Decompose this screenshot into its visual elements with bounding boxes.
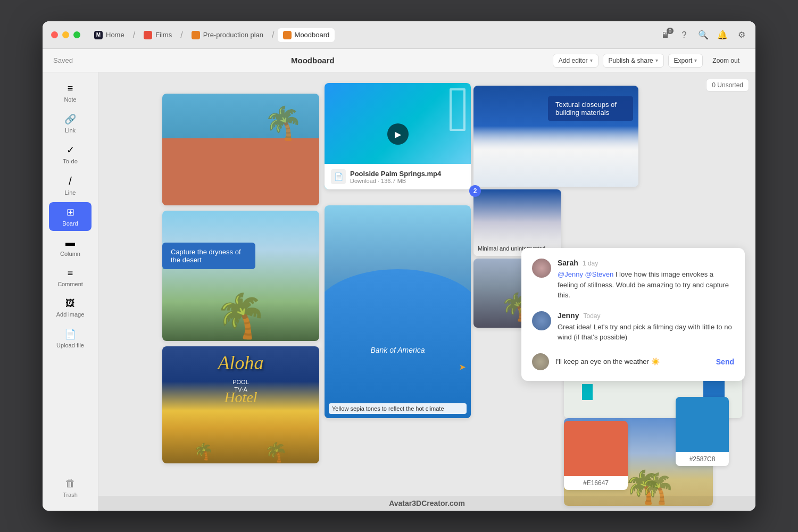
maximize-button[interactable] [73, 31, 80, 38]
browser-tabs: M Home / Films / Pre-production plan / M… [89, 28, 660, 42]
comment-icon: ≡ [68, 268, 73, 279]
add-editor-caret: ▾ [590, 57, 593, 63]
sidebar-board-label: Board [62, 220, 78, 227]
moodboard-canvas[interactable]: 🌴 ▶ 📄 Poolside Palm Springs.mp4 [98, 72, 755, 511]
comment-badge-2: 2 [469, 185, 481, 197]
video-download: Download · 136.7 MB [350, 178, 441, 184]
sidebar-comment-label: Comment [57, 281, 83, 287]
comment-author-jenny: Jenny [558, 311, 579, 320]
export-caret: ▾ [694, 57, 697, 63]
tab-mood-label: Moodboard [295, 31, 330, 39]
sidebar-item-comment[interactable]: ≡ Comment [49, 263, 92, 292]
publish-share-label: Publish & share [609, 57, 653, 64]
sidebar-item-todo[interactable]: ✓ To-do [49, 140, 92, 169]
moodboard-content: 0 Unsorted 🌴 ▶ [98, 72, 755, 511]
sidebar-item-column[interactable]: ▬ Column [49, 233, 92, 261]
home-tab-icon: M [94, 31, 103, 39]
tab-home-label: Home [106, 31, 124, 39]
sidebar-item-add-image[interactable]: 🖼 Add image [49, 294, 92, 322]
aloha-hotel-card[interactable]: Aloha POOLTV·A Hotel 🌴 🌴 [162, 346, 319, 463]
todo-icon: ✓ [66, 144, 74, 156]
avatar-sarah [532, 259, 551, 278]
upload-file-icon: 📄 [64, 328, 76, 340]
mention-steven: @Steven [585, 270, 614, 278]
trash-icon: 🗑 [65, 477, 76, 489]
films-tab-icon [144, 31, 152, 39]
comment-text-jenny: Great idea! Let's try and pick a filming… [558, 322, 734, 343]
color-blue-label: #2587C8 [689, 455, 716, 463]
pool-video-card[interactable]: ▶ 📄 Poolside Palm Springs.mp4 Download ·… [325, 83, 471, 189]
titlebar: M Home / Films / Pre-production plan / M… [43, 21, 755, 49]
unsorted-badge: 0 Unsorted [706, 79, 749, 92]
color-orange-label: #E16647 [583, 479, 609, 487]
bank-building-card[interactable]: Bank of America ➤ Yellow sepia tones to … [325, 205, 471, 418]
publish-caret: ▾ [655, 57, 658, 63]
video-meta: Poolside Palm Springs.mp4 Download · 136… [350, 170, 441, 184]
close-button[interactable] [51, 31, 58, 38]
blue-arch-card[interactable]: Textural closeups of building materials [473, 86, 638, 187]
column-icon: ▬ [65, 237, 75, 248]
app-window: M Home / Films / Pre-production plan / M… [43, 21, 755, 511]
devices-badge: 0 [667, 28, 674, 34]
video-filename: Poolside Palm Springs.mp4 [350, 170, 441, 178]
color-swatch-blue[interactable]: #2587C8 [676, 397, 729, 466]
avatar-user3 [532, 353, 549, 370]
capture-dryness-note: Capture the dryness of the desert [162, 243, 255, 269]
comment-sarah-body: Sarah 1 day @Jenny @Steven I love how th… [558, 259, 734, 301]
left-sidebar: ≡ Note 🔗 Link ✓ To-do / Line ⊞ Board ▬ C… [43, 72, 98, 511]
export-button[interactable]: Export ▾ [668, 54, 703, 68]
add-image-icon: 🖼 [65, 298, 75, 309]
add-editor-label: Add editor [559, 57, 588, 64]
sidebar-item-board[interactable]: ⊞ Board [49, 202, 92, 231]
coral-building-card[interactable]: 🌴 [162, 94, 319, 205]
tab-films-label: Films [155, 31, 172, 39]
sidebar-item-upload-file[interactable]: 📄 Upload file [49, 324, 92, 353]
bell-icon[interactable]: 🔔 [717, 30, 728, 40]
trash-area[interactable]: 🗑 Trash [56, 471, 84, 504]
tab-preproduction[interactable]: Pre-production plan [186, 28, 269, 42]
sidebar-item-link[interactable]: 🔗 Link [49, 109, 92, 138]
video-info: 📄 Poolside Palm Springs.mp4 Download · 1… [325, 164, 471, 189]
palm-desert-card[interactable]: 🌴 Capture the dryness of the desert [162, 211, 319, 341]
play-button[interactable]: ▶ [387, 123, 409, 145]
minimize-button[interactable] [62, 31, 69, 38]
sidebar-item-note[interactable]: ≡ Note [49, 79, 92, 107]
watermark: Avatar3DCreator.com [98, 496, 755, 511]
devices-icon[interactable]: 🖥 0 [660, 30, 670, 40]
comment-time-sarah: 1 day [583, 260, 598, 267]
comment-input-field[interactable] [555, 358, 710, 365]
sidebar-addimage-label: Add image [56, 311, 85, 318]
zoom-out-label: Zoom out [712, 57, 739, 64]
export-label: Export [674, 57, 693, 64]
add-editor-button[interactable]: Add editor ▾ [553, 54, 598, 68]
sidebar-todo-label: To-do [63, 158, 78, 164]
send-button[interactable]: Send [716, 358, 734, 366]
zoom-out-button[interactable]: Zoom out [707, 54, 745, 67]
sidebar-item-line[interactable]: / Line [49, 171, 92, 200]
publish-share-button[interactable]: Publish & share ▾ [603, 54, 664, 68]
link-icon: 🔗 [64, 113, 76, 125]
comment-author-sarah: Sarah [558, 259, 578, 267]
comment-jenny-body: Jenny Today Great idea! Let's try and pi… [558, 311, 734, 343]
minimal-arch-card[interactable]: Minimal and uninterrupted... [473, 189, 561, 256]
color-swatch-orange[interactable]: #E16647 [564, 421, 628, 490]
tab-films[interactable]: Films [138, 28, 177, 42]
trash-label: Trash [63, 492, 78, 498]
comment-text-sarah: @Jenny @Steven I love how this image env… [558, 269, 734, 301]
board-items-container: 🌴 ▶ 📄 Poolside Palm Springs.mp4 [109, 83, 745, 511]
traffic-lights [51, 31, 80, 38]
tab-home[interactable]: M Home [89, 28, 130, 42]
settings-icon[interactable]: ⚙ [736, 30, 747, 40]
search-icon[interactable]: 🔍 [698, 30, 709, 40]
saved-status: Saved [53, 56, 73, 64]
tab-moodboard[interactable]: Moodboard [278, 28, 335, 42]
comment-input-row: Send [532, 353, 734, 370]
bank-caption: Yellow sepia tones to reflect the hot cl… [329, 403, 467, 414]
sidebar-note-label: Note [64, 96, 76, 103]
comments-panel: Sarah 1 day @Jenny @Steven I love how th… [521, 248, 745, 381]
help-icon[interactable]: ? [679, 30, 689, 40]
comment-time-jenny: Today [583, 312, 600, 320]
toolbar-actions: Add editor ▾ Publish & share ▾ Export ▾ … [553, 54, 745, 68]
sidebar-column-label: Column [60, 251, 80, 257]
file-icon: 📄 [331, 169, 346, 184]
